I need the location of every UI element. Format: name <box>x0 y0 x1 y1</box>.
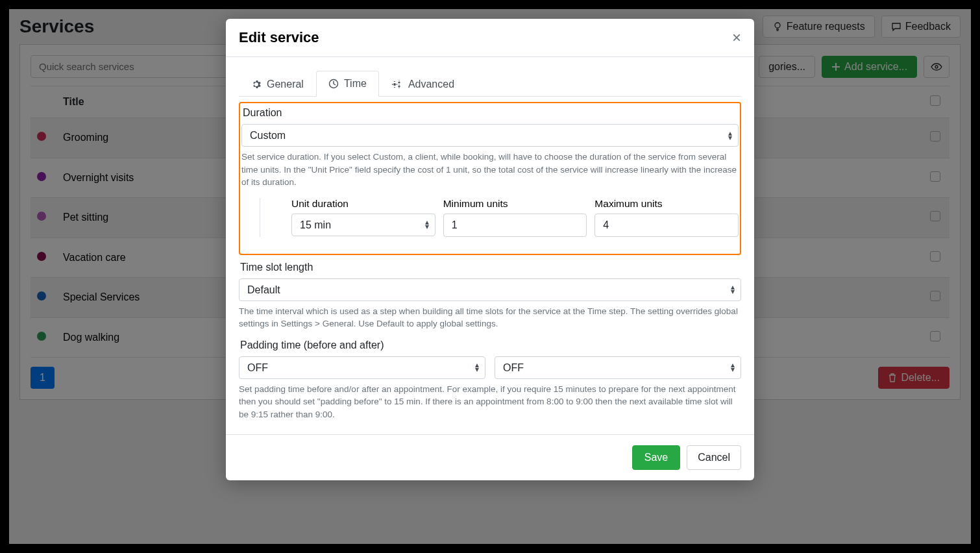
gear-icon <box>251 79 262 90</box>
svg-point-17 <box>398 85 400 87</box>
padding-after-select[interactable]: OFF <box>495 356 741 379</box>
tab-time-label: Time <box>344 78 367 90</box>
min-units-input[interactable] <box>443 214 587 237</box>
unit-duration-select[interactable]: 15 min <box>291 214 435 236</box>
duration-select[interactable]: Custom <box>241 124 739 147</box>
max-units-input[interactable] <box>594 214 739 237</box>
tab-time[interactable]: Time <box>316 71 379 97</box>
duration-label: Duration <box>241 107 739 119</box>
tab-general[interactable]: General <box>239 71 316 97</box>
duration-help: Set service duration. If you select Cust… <box>241 151 739 189</box>
close-button[interactable]: × <box>732 30 741 45</box>
cogs-icon <box>391 79 403 90</box>
cancel-button[interactable]: Cancel <box>687 445 741 470</box>
padding-help: Set padding time before and/or after an … <box>239 383 741 421</box>
duration-highlight: Duration Custom ▴▾ Set service duration.… <box>239 102 741 255</box>
unit-duration-label: Unit duration <box>291 198 435 210</box>
save-button[interactable]: Save <box>632 445 680 470</box>
modal-title: Edit service <box>239 29 319 46</box>
tab-advanced-label: Advanced <box>408 79 454 90</box>
padding-before-select[interactable]: OFF <box>239 356 485 379</box>
timeslot-label: Time slot length <box>239 262 741 273</box>
close-icon: × <box>732 29 741 46</box>
timeslot-help: The time interval which is used as a ste… <box>239 305 741 330</box>
min-units-label: Minimum units <box>443 198 587 210</box>
tab-advanced[interactable]: Advanced <box>379 71 467 97</box>
svg-point-16 <box>398 81 400 83</box>
max-units-label: Maximum units <box>594 198 739 210</box>
svg-point-15 <box>393 83 396 86</box>
timeslot-select[interactable]: Default <box>239 278 741 301</box>
edit-service-modal: Edit service × General Time Advanced Dur… <box>226 19 754 480</box>
tab-general-label: General <box>267 79 304 90</box>
clock-icon <box>328 79 339 89</box>
padding-label: Padding time (before and after) <box>239 339 741 351</box>
